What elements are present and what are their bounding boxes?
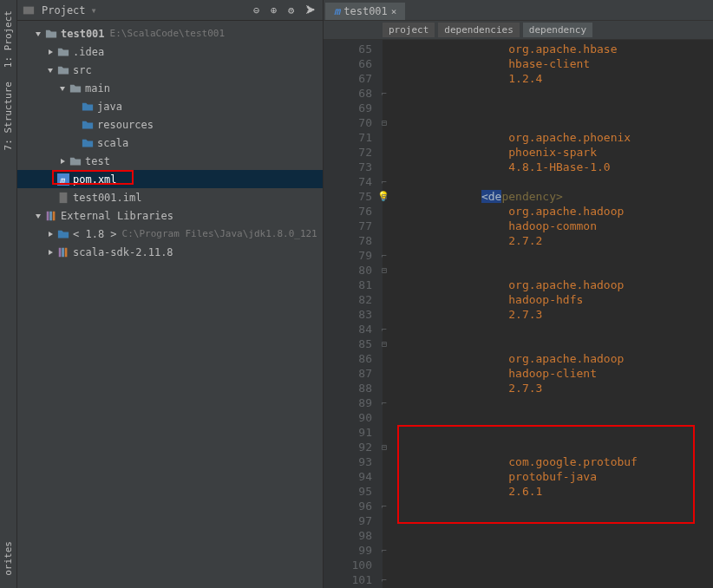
crumb-dependency[interactable]: dependency xyxy=(523,23,592,37)
chevron-right-icon[interactable] xyxy=(45,229,56,239)
chevron-down-icon[interactable] xyxy=(33,211,43,221)
hide-icon[interactable]: ⮞ xyxy=(305,4,317,16)
fold-end-icon: ⌐ xyxy=(382,174,387,189)
crumb-project[interactable]: project xyxy=(383,23,435,37)
tree-item-idea[interactable]: .idea xyxy=(17,42,323,61)
node-path: C:\Program Files\Java\jdk1.8.0_121 xyxy=(122,228,317,239)
line-number: 78 xyxy=(358,233,372,248)
svg-rect-0 xyxy=(23,6,34,14)
node-label: src xyxy=(73,64,92,76)
code-editor[interactable]: 65666768⌐6970⊟71727374⌐75💡⊟76777879⌐80⊟8… xyxy=(324,40,713,588)
fold-end-icon: ⌐ xyxy=(382,86,387,101)
tree-item-main[interactable]: main xyxy=(17,79,323,97)
gear-icon[interactable]: ⚙ xyxy=(288,4,300,16)
svg-rect-6 xyxy=(53,211,56,220)
chevron-down-icon[interactable] xyxy=(45,65,56,75)
fold-minus-icon[interactable]: ⊟ xyxy=(382,263,387,278)
tree-item-pom[interactable]: m pom.xml xyxy=(17,170,323,188)
svg-rect-7 xyxy=(59,247,62,257)
project-panel: Project ▾ ⊖ ⊕ ⚙ ⮞ test001 E:\ScalaCode\t… xyxy=(17,0,324,588)
node-label: main xyxy=(85,82,110,95)
folder-icon xyxy=(69,82,82,95)
jdk-icon xyxy=(57,228,69,240)
project-tree[interactable]: test001 E:\ScalaCode\test001 .idea src m… xyxy=(17,21,323,588)
fold-end-icon: ⌐ xyxy=(382,322,387,336)
tree-item-scala[interactable]: scala xyxy=(17,134,323,152)
line-number: 92 xyxy=(358,440,372,454)
line-number: 69 xyxy=(358,101,372,115)
tree-root[interactable]: test001 E:\ScalaCode\test001 xyxy=(17,24,323,42)
line-number: 65 xyxy=(358,42,372,56)
chevron-right-icon[interactable] xyxy=(45,247,56,258)
line-number: 96 xyxy=(358,499,372,513)
chevron-down-icon[interactable] xyxy=(57,83,68,94)
node-label: resources xyxy=(97,119,154,131)
collapse-icon[interactable]: ⊖ xyxy=(253,4,265,16)
line-number: 100 xyxy=(352,558,372,572)
line-number: 90 xyxy=(358,410,372,425)
tree-item-resources[interactable]: resources xyxy=(17,115,323,134)
line-number: 89 xyxy=(358,395,372,410)
fold-minus-icon[interactable]: ⊟ xyxy=(382,440,387,454)
node-label: test xyxy=(85,155,110,167)
spacer xyxy=(45,193,56,203)
tab-project[interactable]: 1: Project xyxy=(1,3,16,75)
svg-rect-4 xyxy=(47,211,49,220)
close-icon[interactable]: × xyxy=(391,6,397,17)
line-number: 74 xyxy=(358,174,372,189)
editor-tabs: m test001 × xyxy=(324,0,713,21)
line-number: 68 xyxy=(358,86,372,101)
code-content[interactable]: org.apache.hbase hbase-client 1.2.4 org.… xyxy=(383,40,713,588)
fold-end-icon: ⌐ xyxy=(382,248,387,263)
left-tool-tabs: 1: Project 7: Structure orites xyxy=(0,0,17,588)
fold-end-icon: ⌐ xyxy=(382,395,387,410)
resources-folder-icon xyxy=(82,119,94,131)
fold-end-icon: ⌐ xyxy=(382,543,387,558)
tree-item-libs[interactable]: External Libraries xyxy=(17,206,323,225)
line-number: 86 xyxy=(358,351,372,366)
project-panel-header: Project ▾ ⊖ ⊕ ⚙ ⮞ xyxy=(17,0,323,21)
fold-minus-icon[interactable]: ⊟ xyxy=(382,115,387,130)
tree-item-scala-sdk[interactable]: scala-sdk-2.11.8 xyxy=(17,243,323,261)
line-number: 101 xyxy=(352,572,372,587)
target-icon[interactable]: ⊕ xyxy=(271,4,283,16)
panel-title: Project xyxy=(42,4,86,16)
line-number: 87 xyxy=(358,366,372,381)
node-path: E:\ScalaCode\test001 xyxy=(110,28,225,39)
node-label: scala xyxy=(97,137,128,149)
line-number: 84 xyxy=(358,322,372,336)
line-number: 94 xyxy=(358,469,372,484)
tree-item-iml[interactable]: test001.iml xyxy=(17,188,323,206)
spacer xyxy=(69,101,80,112)
tree-item-src[interactable]: src xyxy=(17,61,323,79)
editor-tab[interactable]: m test001 × xyxy=(325,3,405,20)
tree-item-test[interactable]: test xyxy=(17,152,323,170)
line-number: 70 xyxy=(358,115,372,130)
tree-item-jdk[interactable]: < 1.8 > C:\Program Files\Java\jdk1.8.0_1… xyxy=(17,225,323,243)
tab-structure[interactable]: 7: Structure xyxy=(1,75,16,157)
line-number: 79 xyxy=(358,248,372,263)
crumb-dependencies[interactable]: dependencies xyxy=(438,23,519,37)
maven-icon: m xyxy=(334,5,340,17)
file-icon xyxy=(57,192,69,204)
chevron-down-icon[interactable]: ▾ xyxy=(91,4,97,16)
fold-minus-icon[interactable]: ⊟ xyxy=(382,189,387,204)
line-number: 93 xyxy=(358,454,372,469)
line-number: 91 xyxy=(358,425,372,440)
chevron-right-icon[interactable] xyxy=(57,156,68,167)
tab-favorites[interactable]: orites xyxy=(1,534,16,583)
chevron-right-icon[interactable] xyxy=(45,47,56,57)
spacer xyxy=(69,120,80,130)
node-label: scala-sdk-2.11.8 xyxy=(73,246,173,258)
breadcrumb: project dependencies dependency xyxy=(324,21,713,40)
line-number: 71 xyxy=(358,130,372,145)
fold-end-icon: ⌐ xyxy=(382,499,387,513)
node-label: < 1.8 > xyxy=(73,228,117,240)
fold-minus-icon[interactable]: ⊟ xyxy=(382,336,387,351)
line-number: 83 xyxy=(358,307,372,322)
line-number: 73 xyxy=(358,160,372,174)
source-folder-icon xyxy=(82,137,94,149)
tree-item-java[interactable]: java xyxy=(17,97,323,115)
chevron-down-icon[interactable] xyxy=(33,29,43,39)
line-number: 88 xyxy=(358,381,372,395)
